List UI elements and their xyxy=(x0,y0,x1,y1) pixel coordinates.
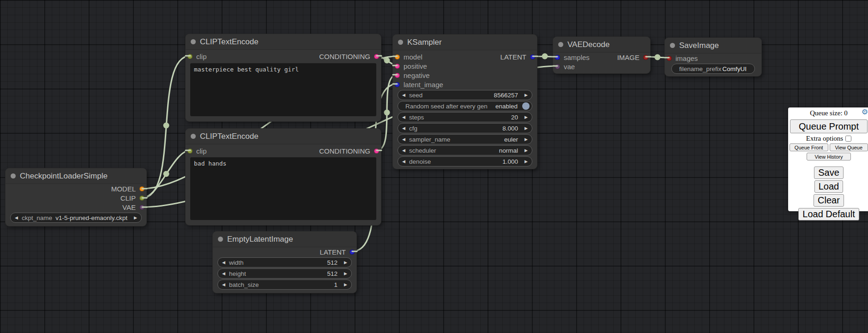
collapse-dot-icon[interactable] xyxy=(191,39,196,44)
node-empty-latent-image[interactable]: EmptyLatentImage LATENT ◀ width 512 ▶ ◀ … xyxy=(213,232,356,293)
clear-button[interactable]: Clear xyxy=(814,194,844,207)
node-title-bar[interactable]: VAEDecode xyxy=(553,37,650,53)
increment-arrow-icon[interactable]: ▶ xyxy=(524,115,528,119)
decrement-arrow-icon[interactable]: ◀ xyxy=(402,126,405,131)
image-slot-dot[interactable] xyxy=(643,55,648,60)
negative-prompt-textarea[interactable]: bad hands xyxy=(190,157,376,220)
width-widget[interactable]: ◀ width 512 ▶ xyxy=(217,257,352,268)
input-slot-images[interactable]: images xyxy=(665,54,698,62)
filename-prefix-widget[interactable]: filename_prefix ComfyUI xyxy=(671,64,755,74)
batch-size-widget[interactable]: ◀ batch_size 1 ▶ xyxy=(217,279,352,290)
increment-arrow-icon[interactable]: ▶ xyxy=(524,137,528,142)
increment-arrow-icon[interactable]: ▶ xyxy=(344,271,347,276)
steps-widget[interactable]: ◀ steps 20 ▶ xyxy=(398,112,532,122)
seed-widget[interactable]: ◀ seed 8566257 ▶ xyxy=(398,90,532,100)
decrement-arrow-icon[interactable]: ◀ xyxy=(15,215,18,220)
toggle-circle-icon[interactable] xyxy=(522,102,530,110)
node-title-bar[interactable]: KSampler xyxy=(393,35,537,50)
load-button[interactable]: Load xyxy=(814,180,844,193)
input-slot-clip[interactable]: clip xyxy=(186,53,207,60)
collapse-dot-icon[interactable] xyxy=(11,173,16,178)
cfg-widget[interactable]: ◀ cfg 8.000 ▶ xyxy=(398,123,532,133)
node-ksampler[interactable]: KSampler model LATENT positive negative xyxy=(393,35,537,169)
height-widget[interactable]: ◀ height 512 ▶ xyxy=(217,268,352,279)
output-slot-image[interactable]: IMAGE xyxy=(617,53,650,62)
increment-arrow-icon[interactable]: ▶ xyxy=(524,148,528,153)
clip-slot-dot[interactable] xyxy=(187,149,193,154)
vae-slot-dot[interactable] xyxy=(555,64,560,69)
queue-front-button[interactable]: Queue Front xyxy=(790,143,828,151)
output-slot-model[interactable]: MODEL xyxy=(111,185,146,193)
collapse-dot-icon[interactable] xyxy=(218,237,223,242)
collapse-dot-icon[interactable] xyxy=(191,134,196,139)
clip-slot-dot[interactable] xyxy=(187,54,193,59)
collapse-dot-icon[interactable] xyxy=(398,40,403,45)
node-title-bar[interactable]: SaveImage xyxy=(665,38,761,54)
node-clip-text-encode-positive[interactable]: CLIPTextEncode clip CONDITIONING masterp… xyxy=(186,34,381,121)
increment-arrow-icon[interactable]: ▶ xyxy=(524,126,528,131)
node-clip-text-encode-negative[interactable]: CLIPTextEncode clip CONDITIONING bad han… xyxy=(186,129,381,225)
increment-arrow-icon[interactable]: ▶ xyxy=(344,260,347,265)
latent-slot-dot[interactable] xyxy=(350,250,355,255)
decrement-arrow-icon[interactable]: ◀ xyxy=(402,159,405,164)
input-slot-latent-image[interactable]: latent_image xyxy=(393,81,443,89)
conditioning-slot-dot[interactable] xyxy=(395,73,400,78)
output-slot-vae[interactable]: VAE xyxy=(122,203,146,211)
conditioning-slot-dot[interactable] xyxy=(374,149,379,154)
image-slot-dot[interactable] xyxy=(667,56,672,61)
positive-prompt-textarea[interactable]: masterpiece best quality girl xyxy=(190,63,376,116)
collapse-dot-icon[interactable] xyxy=(670,43,675,48)
settings-gear-icon[interactable]: ⚙ xyxy=(862,108,868,116)
view-history-button[interactable]: View History xyxy=(807,153,851,161)
collapse-dot-icon[interactable] xyxy=(558,42,563,47)
node-vae-decode[interactable]: VAEDecode samples IMAGE vae xyxy=(553,37,650,73)
decrement-arrow-icon[interactable]: ◀ xyxy=(402,148,405,153)
increment-arrow-icon[interactable]: ▶ xyxy=(524,93,528,97)
input-slot-samples[interactable]: samples xyxy=(553,54,590,61)
ckpt-name-widget[interactable]: ◀ ckpt_name v1-5-pruned-emaonly.ckpt ▶ xyxy=(10,213,142,223)
vae-slot-dot[interactable] xyxy=(139,205,145,210)
increment-arrow-icon[interactable]: ▶ xyxy=(344,282,347,287)
scheduler-widget[interactable]: ◀ scheduler normal ▶ xyxy=(398,145,532,155)
decrement-arrow-icon[interactable]: ◀ xyxy=(402,115,405,119)
node-title-bar[interactable]: CLIPTextEncode xyxy=(186,34,381,50)
input-slot-vae[interactable]: vae xyxy=(553,63,575,71)
increment-arrow-icon[interactable]: ▶ xyxy=(134,215,137,220)
load-default-button[interactable]: Load Default xyxy=(798,208,859,220)
node-title-bar[interactable]: CLIPTextEncode xyxy=(186,129,381,144)
output-slot-conditioning[interactable]: CONDITIONING xyxy=(319,147,381,155)
decrement-arrow-icon[interactable]: ◀ xyxy=(222,282,225,287)
denoise-widget[interactable]: ◀ denoise 1.000 ▶ xyxy=(398,156,532,166)
sampler-name-widget[interactable]: ◀ sampler_name euler ▶ xyxy=(398,134,532,144)
decrement-arrow-icon[interactable]: ◀ xyxy=(402,93,405,97)
output-slot-conditioning[interactable]: CONDITIONING xyxy=(319,53,381,60)
decrement-arrow-icon[interactable]: ◀ xyxy=(222,271,225,276)
save-button[interactable]: Save xyxy=(814,166,844,179)
conditioning-slot-dot[interactable] xyxy=(395,64,400,69)
view-queue-button[interactable]: View Queue xyxy=(830,143,868,151)
random-seed-toggle-widget[interactable]: Random seed after every gen enabled xyxy=(398,101,532,111)
model-slot-dot[interactable] xyxy=(139,186,145,191)
conditioning-slot-dot[interactable] xyxy=(374,54,379,59)
model-slot-dot[interactable] xyxy=(395,54,400,59)
input-slot-clip[interactable]: clip xyxy=(186,147,207,155)
node-title-bar[interactable]: EmptyLatentImage xyxy=(213,232,356,247)
input-slot-positive[interactable]: positive xyxy=(393,62,427,70)
input-slot-negative[interactable]: negative xyxy=(393,71,430,79)
decrement-arrow-icon[interactable]: ◀ xyxy=(402,137,405,142)
output-slot-latent[interactable]: LATENT xyxy=(320,248,356,256)
input-slot-model[interactable]: model xyxy=(393,53,422,61)
output-slot-clip[interactable]: CLIP xyxy=(121,194,146,202)
node-checkpoint-loader[interactable]: CheckpointLoaderSimple MODEL CLIP VAE ◀ … xyxy=(6,168,146,226)
clip-slot-dot[interactable] xyxy=(139,196,145,201)
node-save-image[interactable]: SaveImage images filename_prefix ComfyUI xyxy=(665,38,761,76)
decrement-arrow-icon[interactable]: ◀ xyxy=(222,260,225,265)
latent-slot-dot[interactable] xyxy=(395,82,400,87)
latent-slot-dot[interactable] xyxy=(530,54,535,59)
increment-arrow-icon[interactable]: ▶ xyxy=(524,159,528,164)
node-title-bar[interactable]: CheckpointLoaderSimple xyxy=(6,168,146,184)
latent-slot-dot[interactable] xyxy=(555,55,560,60)
output-slot-latent[interactable]: LATENT xyxy=(500,52,537,61)
extra-options-checkbox[interactable] xyxy=(845,136,851,142)
queue-prompt-button[interactable]: Queue Prompt xyxy=(790,119,868,133)
